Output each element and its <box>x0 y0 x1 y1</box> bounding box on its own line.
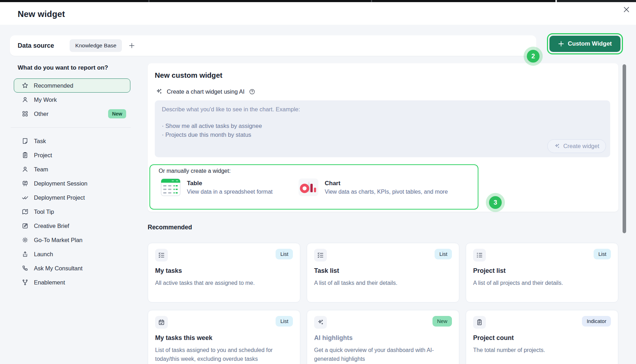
sidebar-item-label: Task <box>34 138 46 145</box>
user-icon <box>22 96 29 103</box>
sparkles-icon <box>554 143 560 149</box>
create-widget-button[interactable]: Create widget <box>547 139 606 153</box>
card-ai-highlights[interactable]: New AI highlights Get a quick overview o… <box>307 310 459 364</box>
card-title: My tasks this week <box>155 334 293 342</box>
card-description: The total number of projects. <box>473 346 600 355</box>
card-title: Project list <box>473 267 611 275</box>
sidebar-item-label: My Work <box>34 96 57 103</box>
table-widget-option[interactable]: Table View data in a spreadsheet format <box>161 178 273 196</box>
sun-icon <box>22 236 29 243</box>
card-description: List of tasks assigned to you and schedu… <box>155 346 282 364</box>
sidebar-item-label: Team <box>34 166 48 173</box>
card-task-list[interactable]: List Task list A list of all tasks and t… <box>307 243 459 303</box>
sparkles-icon <box>155 88 163 95</box>
sidebar-item-my-work[interactable]: My Work <box>14 93 130 107</box>
edit-square-icon <box>22 222 29 229</box>
new-widget-modal: New widget Data source Knowledge Base Cu… <box>0 0 636 364</box>
card-my-tasks-this-week[interactable]: List My tasks this week List of tasks as… <box>148 310 300 364</box>
card-title: AI highlights <box>314 334 452 342</box>
list-badge: List <box>276 249 293 259</box>
chart-option-title: Chart <box>325 180 448 187</box>
card-description: Get a quick overview of your dashboard w… <box>314 346 441 364</box>
card-my-tasks[interactable]: List My tasks All active tasks that are … <box>148 243 300 303</box>
table-option-description: View data in a spreadsheet format <box>187 189 273 195</box>
sidebar-item-label: Enablement <box>34 279 65 286</box>
modal-body: Data source Knowledge Base Custom Widget… <box>0 25 636 364</box>
annotation-step-badge-3: 3 <box>489 196 502 209</box>
launch-icon <box>22 251 29 258</box>
sidebar-item-recommended[interactable]: Recommended <box>14 78 130 93</box>
new-custom-widget-panel: New custom widget Create a chart widget … <box>148 63 618 212</box>
sidebar-divider <box>11 127 131 128</box>
sidebar-item-tool-tip[interactable]: Tool Tip <box>14 205 130 219</box>
recommended-heading: Recommended <box>148 224 192 231</box>
star-icon <box>22 82 29 89</box>
sidebar-item-label: Deployment Project <box>34 194 85 201</box>
presentation-board-icon <box>22 180 29 187</box>
table-option-title: Table <box>187 180 273 187</box>
card-description: A list of all tasks and their details. <box>314 279 441 288</box>
card-title: Task list <box>314 267 452 275</box>
manual-widget-label: Or manually create a widget: <box>159 168 231 174</box>
sidebar-item-label: Recommended <box>34 82 73 89</box>
bullet-list-icon <box>473 249 486 262</box>
checklist-icon <box>314 249 327 262</box>
sidebar-item-enablement[interactable]: Enablement <box>14 275 130 289</box>
grid-icon <box>22 110 29 117</box>
double-check-icon <box>22 194 29 201</box>
ai-create-label: Create a chart widget using AI <box>167 88 245 95</box>
panel-title: New custom widget <box>155 71 222 80</box>
help-icon[interactable] <box>249 88 255 95</box>
map-icon <box>22 208 29 215</box>
sidebar-item-go-to-market-plan[interactable]: Go-To Market Plan <box>14 233 130 247</box>
source-tab-knowledge-base[interactable]: Knowledge Base <box>70 39 122 52</box>
data-source-label: Data source <box>18 42 54 49</box>
sidebar-item-label: Launch <box>34 251 53 258</box>
modal-header: New widget <box>0 2 636 25</box>
annotation-step-badge-2: 2 <box>527 50 540 63</box>
sidebar-item-project[interactable]: Project <box>14 148 130 162</box>
page-title: New widget <box>18 9 65 19</box>
checklist-icon <box>155 249 168 262</box>
manual-widget-annotation-box: Or manually create a widget: Table View … <box>149 164 478 210</box>
sidebar-item-label: Project <box>34 152 52 159</box>
sidebar-item-launch[interactable]: Launch <box>14 247 130 261</box>
sparkles-icon <box>314 316 327 329</box>
sidebar-item-ask-my-consultant[interactable]: Ask My Consultant <box>14 261 130 275</box>
ai-prompt-examples: · Show me all active tasks by assignee ·… <box>162 122 603 139</box>
sidebar-item-creative-brief[interactable]: Creative Brief <box>14 219 130 233</box>
custom-widget-button[interactable]: Custom Widget <box>549 36 620 52</box>
user-icon <box>22 166 29 173</box>
sidebar-item-label: Other <box>34 111 48 117</box>
sidebar-item-deployment-project[interactable]: Deployment Project <box>14 190 130 205</box>
scrollbar-thumb[interactable] <box>623 64 626 233</box>
calendar-check-icon <box>155 316 168 329</box>
plus-icon[interactable] <box>128 42 135 49</box>
list-badge: List <box>435 249 452 259</box>
sidebar-item-other[interactable]: Other New <box>14 107 130 121</box>
card-description: All active tasks that are assigned to me… <box>155 279 282 288</box>
ai-prompt-input[interactable]: Describe what you'd like to see in the c… <box>155 100 610 157</box>
sidebar-item-label: Go-To Market Plan <box>34 237 83 243</box>
data-source-bar: Data source Knowledge Base <box>10 35 536 56</box>
new-badge: New <box>108 109 126 118</box>
chart-option-description: View data as charts, KPIs, pivot tables,… <box>325 189 448 195</box>
chart-widget-option[interactable]: Chart View data as charts, KPIs, pivot t… <box>299 178 448 196</box>
card-title: Project count <box>473 334 611 342</box>
sidebar-item-team[interactable]: Team <box>14 162 130 176</box>
sidebar-item-deployment-session[interactable]: Deployment Session <box>14 176 130 190</box>
close-icon[interactable] <box>621 4 632 15</box>
report-type-list: Recommended My Work Other New <box>14 78 130 289</box>
list-badge: List <box>594 249 611 259</box>
table-icon <box>161 178 181 196</box>
card-description: A list of all projects and their details… <box>473 279 600 288</box>
custom-widget-annotation-outline: Custom Widget <box>547 33 623 54</box>
sidebar-item-task[interactable]: Task <box>14 134 130 148</box>
sidebar-heading: What do you want to report on? <box>18 64 108 71</box>
clipboard-icon <box>473 316 486 329</box>
list-badge: List <box>276 316 293 327</box>
sidebar-item-label: Tool Tip <box>34 209 54 215</box>
card-project-count[interactable]: Indicator Project count The total number… <box>466 310 618 364</box>
card-project-list[interactable]: List Project list A list of all projects… <box>466 243 618 303</box>
sidebar-item-label: Creative Brief <box>34 223 69 229</box>
